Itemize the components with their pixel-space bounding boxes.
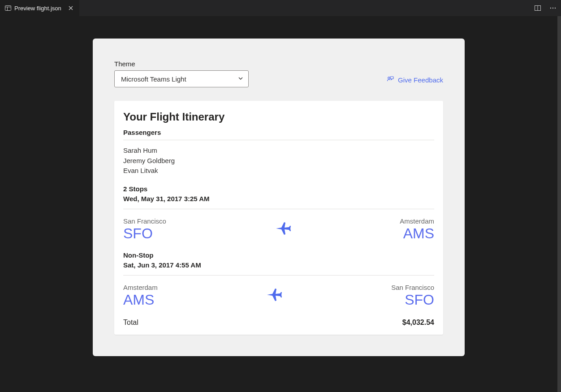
feedback-icon (386, 75, 394, 85)
svg-rect-0 (5, 6, 11, 11)
to-code: SFO (391, 292, 434, 308)
svg-rect-9 (390, 77, 393, 79)
from-city: Amsterdam (123, 284, 158, 291)
close-icon[interactable] (67, 4, 75, 12)
to-city: Amsterdam (400, 217, 434, 225)
svg-point-6 (552, 8, 553, 9)
preview-content-area: Theme Microsoft Teams Light (0, 16, 557, 392)
chevron-down-icon (237, 75, 244, 83)
svg-point-5 (550, 8, 551, 9)
passenger-name: Jeremy Goldberg (123, 156, 434, 166)
split-editor-icon[interactable] (532, 3, 543, 13)
leg-row: Amsterdam AMS San Francisco SFO (123, 276, 434, 317)
svg-point-8 (388, 77, 390, 79)
airplane-icon (274, 220, 292, 239)
preview-file-icon (4, 4, 12, 12)
total-label: Total (123, 319, 138, 327)
passenger-name: Sarah Hum (123, 146, 434, 156)
editor-tab-bar: Preview flight.json (0, 0, 561, 16)
leg-header: 2 Stops Wed, May 31, 2017 3:25 AM (123, 184, 434, 209)
from-city: San Francisco (123, 217, 166, 225)
feedback-label: Give Feedback (398, 76, 443, 84)
leg-stops: 2 Stops (123, 184, 434, 194)
to-city: San Francisco (391, 284, 434, 291)
leg-datetime: Sat, Jun 3, 2017 4:55 AM (123, 260, 434, 271)
scrollbar-thumb[interactable] (557, 16, 561, 392)
give-feedback-link[interactable]: Give Feedback (386, 75, 443, 85)
theme-select-value: Microsoft Teams Light (121, 75, 186, 83)
leg-header: Non-Stop Sat, Jun 3, 2017 4:55 AM (123, 250, 434, 276)
svg-point-7 (555, 8, 556, 9)
passengers-label: Passengers (123, 129, 434, 140)
leg-row: San Francisco SFO Amsterdam AMS (123, 209, 434, 250)
scrollbar[interactable] (557, 16, 561, 392)
leg-datetime: Wed, May 31, 2017 3:25 AM (123, 194, 434, 204)
from-code: AMS (123, 292, 158, 308)
tab-title: Preview flight.json (14, 5, 61, 12)
passenger-name: Evan Litvak (123, 166, 434, 176)
airplane-icon (265, 286, 283, 306)
passenger-list: Sarah Hum Jeremy Goldberg Evan Litvak (123, 140, 434, 184)
adaptive-card: Your Flight Itinerary Passengers Sarah H… (114, 101, 443, 335)
to-code: AMS (400, 226, 434, 241)
tab-preview-flight[interactable]: Preview flight.json (0, 0, 80, 16)
card-title: Your Flight Itinerary (123, 111, 434, 123)
theme-label: Theme (114, 60, 249, 68)
from-code: SFO (123, 226, 166, 241)
theme-select[interactable]: Microsoft Teams Light (114, 70, 249, 87)
more-actions-icon[interactable] (548, 3, 558, 13)
preview-panel: Theme Microsoft Teams Light (93, 39, 465, 356)
total-row: Total $4,032.54 (123, 317, 434, 327)
total-amount: $4,032.54 (402, 319, 434, 327)
leg-stops: Non-Stop (123, 250, 434, 261)
